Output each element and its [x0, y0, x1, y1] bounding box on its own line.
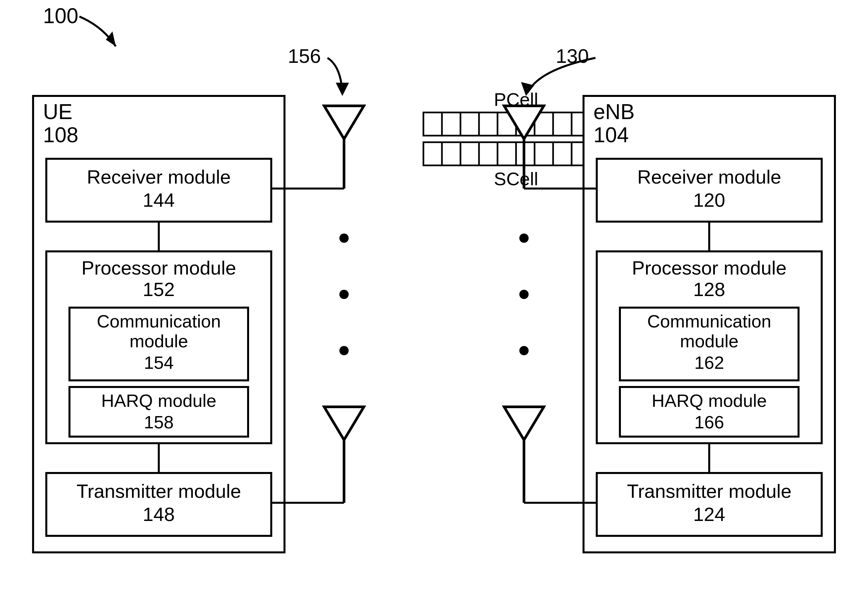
enb-ant-bot-icon: [504, 407, 544, 440]
ue-receiver-number: 144: [143, 189, 175, 211]
enb-processor-title: Processor module: [632, 257, 786, 279]
ue-transmitter-number: 148: [143, 503, 175, 525]
enb-comm-number: 162: [694, 352, 724, 372]
ue-receiver-title: Receiver module: [87, 166, 230, 188]
ue-dot-2: [339, 290, 349, 299]
ue-processor-title: Processor module: [81, 257, 236, 279]
ue-dot-1: [339, 233, 349, 243]
ue-harq-number: 158: [144, 412, 174, 432]
enb-harq-number: 166: [694, 412, 724, 432]
ue-antenna-label: 156: [288, 45, 321, 67]
enb-comm-title-1: Communication: [647, 311, 771, 331]
enb-dot-1: [519, 233, 529, 243]
enb-harq-title: HARQ module: [652, 390, 767, 410]
block-diagram: 100 UE 108 Receiver module 144 Processor…: [0, 0, 868, 601]
scell-strip: [423, 142, 609, 165]
enb-processor-number: 128: [693, 279, 725, 300]
enb-number: 104: [593, 123, 629, 147]
enb-title: eNB: [593, 100, 635, 124]
enb-dot-3: [519, 346, 529, 355]
figure-arrowhead: [106, 31, 116, 46]
ue-transmitter-title: Transmitter module: [76, 480, 241, 502]
enb-transmitter-number: 124: [693, 503, 725, 525]
ue-ant-bot-icon: [324, 407, 364, 440]
ue-title: UE: [43, 100, 72, 124]
ue-antenna-arrowhead: [336, 83, 349, 96]
scell-label: SCell: [494, 168, 538, 189]
ue-comm-title-1: Communication: [97, 311, 221, 331]
enb-dot-2: [519, 290, 529, 299]
ue-comm-number: 154: [144, 352, 174, 372]
enb-transmitter-title: Transmitter module: [627, 480, 791, 502]
enb-receiver-title: Receiver module: [637, 166, 781, 188]
ue-harq-title: HARQ module: [101, 390, 216, 410]
enb-comm-title-2: module: [680, 331, 738, 351]
ue-ant-top-icon: [324, 106, 364, 139]
enb-receiver-number: 120: [693, 189, 725, 211]
ue-processor-number: 152: [143, 279, 175, 300]
ue-comm-title-2: module: [129, 331, 188, 351]
ue-number: 108: [43, 123, 78, 147]
ue-dot-3: [339, 346, 349, 355]
figure-label: 100: [43, 4, 78, 28]
enb-ant-top-icon: [504, 106, 544, 139]
